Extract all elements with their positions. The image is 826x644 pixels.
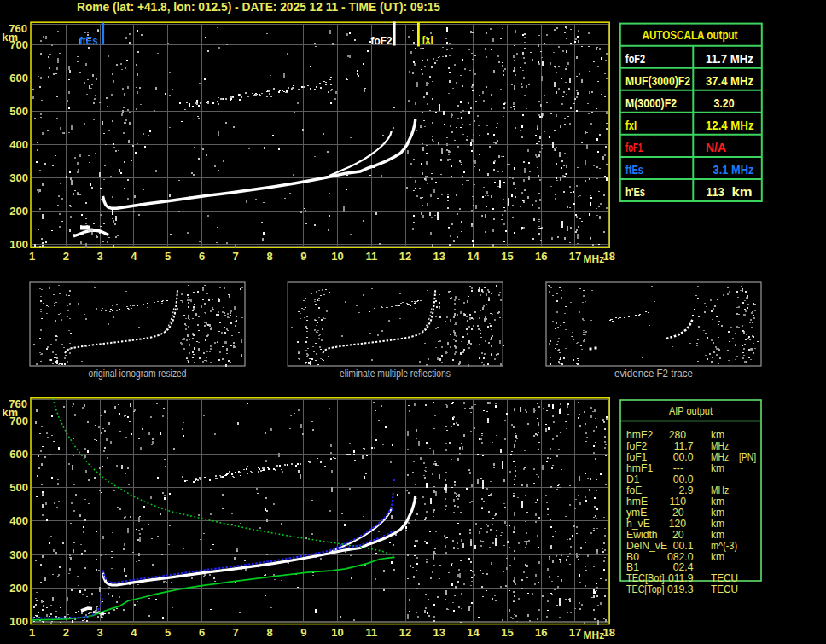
- svg-text:ftEs: ftEs: [79, 34, 98, 47]
- svg-text:h_vE: h_vE: [626, 518, 650, 530]
- svg-text:foE: foE: [626, 484, 642, 496]
- svg-text:14: 14: [467, 250, 480, 263]
- svg-text:10: 10: [331, 250, 343, 263]
- svg-text:16: 16: [535, 250, 547, 263]
- svg-text:5: 5: [165, 250, 171, 263]
- svg-text:400: 400: [9, 514, 28, 527]
- svg-text:foF2: foF2: [625, 52, 645, 66]
- svg-text:m^(-3): m^(-3): [711, 540, 737, 552]
- svg-text:3: 3: [96, 626, 102, 639]
- svg-text:011.9: 011.9: [668, 572, 694, 584]
- svg-text:TECU: TECU: [711, 583, 738, 595]
- svg-text:original ionogram resized: original ionogram resized: [89, 368, 187, 380]
- svg-text:Rome (lat: +41.8, lon: 012.5): Rome (lat: +41.8, lon: 012.5) - DATE: 20…: [77, 0, 440, 14]
- svg-text:7: 7: [233, 626, 239, 639]
- svg-text:200: 200: [9, 205, 28, 218]
- svg-text:M(3000)F2: M(3000)F2: [625, 96, 677, 110]
- svg-text:km: km: [732, 185, 753, 199]
- svg-text:082.0: 082.0: [667, 551, 694, 563]
- svg-text:113: 113: [707, 185, 725, 199]
- svg-text:18: 18: [602, 626, 614, 639]
- svg-text:17: 17: [569, 250, 581, 263]
- svg-text:20: 20: [672, 507, 684, 519]
- svg-text:500: 500: [9, 105, 28, 118]
- svg-text:TEC[Top]: TEC[Top]: [626, 583, 665, 595]
- svg-text:100: 100: [9, 615, 28, 628]
- svg-text:hmF2: hmF2: [626, 429, 653, 441]
- svg-text:foF2: foF2: [626, 440, 648, 452]
- svg-text:6: 6: [199, 626, 205, 639]
- svg-text:AUTOSCALA output: AUTOSCALA output: [643, 28, 738, 42]
- svg-text:km: km: [711, 507, 724, 519]
- svg-text:700: 700: [9, 38, 28, 51]
- svg-text:600: 600: [9, 72, 28, 84]
- svg-text:3.1 MHz: 3.1 MHz: [713, 163, 754, 177]
- svg-text:2: 2: [63, 626, 69, 639]
- svg-text:fxI: fxI: [422, 33, 433, 46]
- svg-text:km: km: [711, 518, 724, 530]
- svg-text:MHz: MHz: [711, 484, 729, 496]
- svg-text:9: 9: [300, 250, 306, 263]
- svg-text:km: km: [711, 429, 724, 441]
- svg-text:00.1: 00.1: [673, 540, 694, 552]
- svg-text:280: 280: [669, 429, 687, 441]
- svg-text:evidence F2 trace: evidence F2 trace: [614, 368, 693, 380]
- svg-text:11: 11: [365, 626, 377, 639]
- svg-text:13: 13: [433, 250, 445, 263]
- svg-text:14: 14: [467, 626, 480, 639]
- svg-text:17: 17: [569, 626, 581, 639]
- svg-text:3: 3: [96, 250, 102, 263]
- svg-text:MHz: MHz: [711, 451, 729, 463]
- svg-text:019.3: 019.3: [667, 583, 694, 595]
- svg-text:11.7 MHz: 11.7 MHz: [706, 52, 753, 66]
- svg-text:120: 120: [669, 518, 687, 530]
- svg-text:2: 2: [63, 250, 69, 263]
- svg-text:15: 15: [501, 250, 513, 263]
- svg-text:00.0: 00.0: [673, 451, 694, 463]
- svg-text:10: 10: [331, 626, 343, 639]
- svg-text:02.4: 02.4: [673, 561, 694, 573]
- svg-text:fxI: fxI: [625, 119, 637, 132]
- svg-text:foF1: foF1: [625, 141, 643, 154]
- svg-text:MHz: MHz: [711, 440, 729, 452]
- svg-text:B0: B0: [626, 551, 639, 563]
- svg-text:4: 4: [131, 250, 137, 263]
- svg-text:foF1: foF1: [626, 451, 648, 463]
- svg-text:12.4 MHz: 12.4 MHz: [706, 119, 754, 132]
- svg-text:TEC[Bot]: TEC[Bot]: [626, 572, 665, 584]
- svg-text:MHz: MHz: [584, 629, 605, 641]
- svg-text:hmF1: hmF1: [626, 462, 653, 474]
- svg-text:B1: B1: [626, 561, 639, 573]
- svg-text:ymE: ymE: [626, 507, 647, 519]
- svg-text:MHz: MHz: [584, 253, 605, 265]
- svg-text:100: 100: [9, 238, 28, 251]
- svg-text:7: 7: [233, 250, 239, 263]
- svg-text:km: km: [711, 496, 724, 508]
- svg-text:ftEs: ftEs: [625, 163, 643, 177]
- svg-text:13: 13: [433, 626, 445, 639]
- svg-text:37.4 MHz: 37.4 MHz: [706, 74, 753, 88]
- svg-text:h'Es: h'Es: [625, 185, 645, 199]
- svg-text:---: ---: [673, 462, 683, 474]
- svg-text:20: 20: [672, 529, 684, 541]
- svg-text:15: 15: [501, 626, 513, 639]
- svg-text:5: 5: [165, 626, 171, 639]
- svg-text:200: 200: [9, 582, 28, 595]
- svg-text:MUF(3000)F2: MUF(3000)F2: [625, 74, 690, 88]
- svg-text:400: 400: [9, 138, 28, 151]
- svg-text:km: km: [711, 529, 724, 541]
- svg-text:00.0: 00.0: [673, 473, 694, 485]
- svg-text:16: 16: [535, 626, 547, 639]
- svg-text:8: 8: [266, 626, 272, 639]
- svg-text:600: 600: [9, 448, 28, 461]
- svg-text:1: 1: [29, 626, 35, 639]
- svg-text:8: 8: [266, 250, 272, 263]
- svg-text:DelN_vE: DelN_vE: [626, 540, 667, 552]
- svg-text:12: 12: [399, 626, 411, 639]
- svg-text:300: 300: [9, 171, 28, 184]
- svg-text:1: 1: [29, 250, 35, 263]
- svg-text:TECU: TECU: [711, 572, 738, 584]
- svg-text:N/A: N/A: [706, 141, 726, 154]
- svg-text:D1: D1: [626, 473, 640, 485]
- svg-text:eliminate multiple reflections: eliminate multiple reflections: [340, 368, 451, 380]
